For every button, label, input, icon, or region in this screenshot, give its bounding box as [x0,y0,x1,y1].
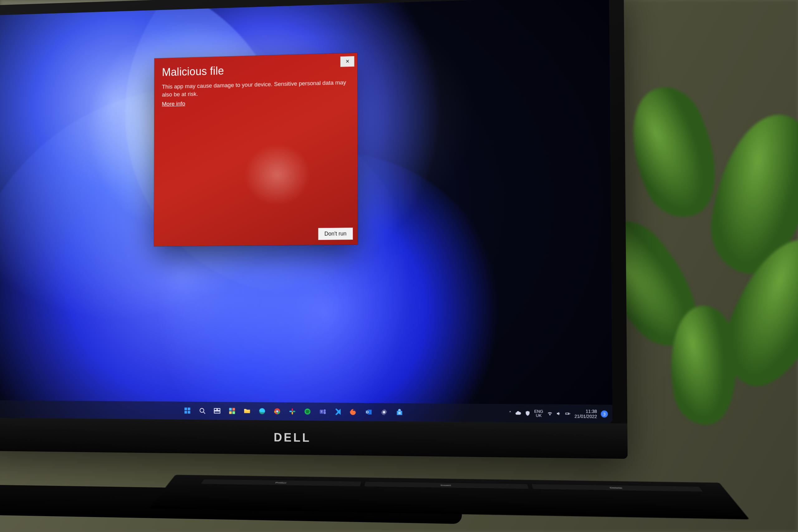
clock-date: 21/01/2022 [574,414,597,419]
teams-icon[interactable]: T [317,405,329,418]
svg-rect-34 [400,413,401,414]
tray-onedrive-icon[interactable] [515,411,521,416]
keyboard-key: PrtScr [201,479,362,487]
start-icon[interactable] [182,404,193,417]
search-icon[interactable] [196,404,208,417]
vscode-icon[interactable] [332,405,344,418]
svg-rect-33 [398,413,399,414]
store-icon[interactable] [393,406,406,419]
notifications-button[interactable]: 3 [601,411,608,418]
language-switcher[interactable]: ENG UK [534,409,543,418]
keyboard-key: Delete [531,484,704,492]
volume-icon [556,411,562,417]
file-explorer-icon[interactable] [241,405,253,417]
slack-icon[interactable] [286,405,298,418]
chrome-icon[interactable] [271,405,283,418]
more-info-link[interactable]: More info [162,100,185,108]
keyboard-key: Insert [364,481,529,489]
svg-rect-32 [400,412,401,413]
svg-rect-9 [229,408,232,411]
laptop-brand: DELL [274,431,311,444]
shield-icon [525,411,530,416]
svg-rect-17 [292,408,293,411]
svg-rect-31 [398,412,399,413]
svg-rect-18 [289,411,292,412]
system-tray: ˄ ENG UK [509,404,608,423]
svg-line-5 [204,412,205,414]
svg-point-16 [277,411,278,412]
svg-rect-1 [188,407,190,411]
svg-rect-10 [232,408,235,411]
svg-text:T: T [321,411,322,413]
spotify-icon[interactable] [301,405,314,418]
settings-icon[interactable] [378,406,390,419]
widgets-icon[interactable] [226,405,238,417]
dialog-body-text: This app may cause damage to your device… [162,78,349,99]
svg-rect-2 [185,411,187,414]
taskbar-center-group: T [179,402,407,422]
svg-rect-7 [217,408,220,411]
clock-time: 11:38 [586,408,597,414]
svg-rect-3 [188,411,190,414]
quick-settings-button[interactable] [547,411,571,417]
svg-rect-11 [229,412,232,414]
firefox-icon[interactable] [347,406,359,418]
smartscreen-warning-dialog: Malicious file ✕ This app may cause dama… [154,53,358,246]
screen-bezel: Malicious file ✕ This app may cause dama… [0,0,612,423]
svg-point-4 [200,408,204,412]
laptop-chin: DELL [0,418,627,459]
svg-rect-24 [324,412,325,414]
taskbar-clock[interactable]: 11:38 21/01/2022 [574,408,597,419]
wifi-icon [547,411,553,417]
svg-rect-0 [185,407,187,411]
tray-overflow-button[interactable]: ˄ [509,411,511,416]
dont-run-button[interactable]: Don't run [318,228,353,240]
tray-status-icon[interactable] [525,411,530,416]
outlook-icon[interactable] [363,406,375,419]
desktop-screen: Malicious file ✕ This app may cause dama… [0,0,612,423]
task-view-icon[interactable] [211,404,223,417]
notification-count: 3 [603,412,606,416]
dialog-title: Malicious file [162,64,224,79]
svg-rect-12 [232,412,235,414]
battery-icon [565,411,571,417]
language-line2: UK [536,413,542,417]
cloud-icon [515,411,521,416]
svg-point-23 [324,409,325,412]
svg-rect-6 [214,408,217,411]
svg-rect-19 [292,412,293,415]
laptop: Malicious file ✕ This app may cause dama… [0,0,726,519]
laptop-lid: Malicious file ✕ This app may cause dama… [0,0,627,459]
close-icon: ✕ [345,59,349,64]
edge-icon[interactable] [256,405,268,417]
chevron-up-icon: ˄ [509,411,511,416]
svg-rect-20 [293,411,295,412]
close-button[interactable]: ✕ [340,56,355,67]
svg-rect-8 [214,411,220,413]
